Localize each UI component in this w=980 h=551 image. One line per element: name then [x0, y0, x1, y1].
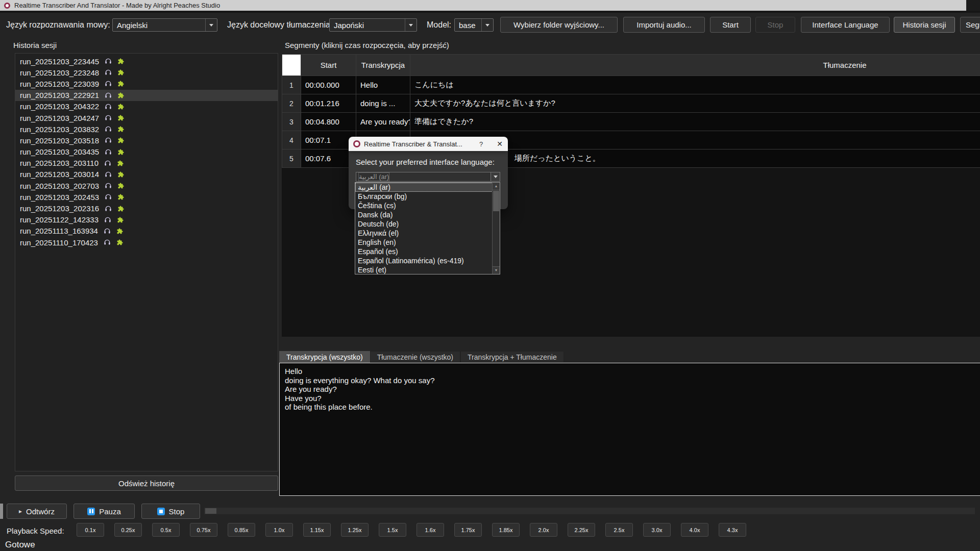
dialog-title-bar[interactable]: Realtime Transcriber & Translat... ? ✕ — [349, 137, 508, 151]
speed-button-1.6x[interactable]: 1.6x — [416, 523, 444, 537]
segment-translation-cell[interactable]: 大丈夫ですか?あなたは何と言いますか? — [410, 94, 980, 112]
segment-start-cell[interactable]: 00:04.800 — [301, 113, 356, 131]
session-item[interactable]: run_20251203_203435 — [15, 146, 278, 158]
speed-button-2.5x[interactable]: 2.5x — [605, 523, 633, 537]
choose-output-folder-button[interactable]: Wybierz folder wyjściowy... — [500, 17, 618, 33]
tab-3[interactable]: Transkrypcja + Tłumaczenie — [460, 351, 564, 363]
interface-language-button[interactable]: Interface Language — [801, 17, 890, 33]
segment-start-cell[interactable]: 00:01.216 — [301, 94, 356, 112]
speed-button-1.15x[interactable]: 1.15x — [303, 523, 331, 537]
row-number-cell[interactable]: 4 — [282, 131, 301, 149]
column-header-transcript[interactable]: Transkrypcja — [356, 55, 410, 76]
stop-playback-button[interactable]: Stop — [141, 504, 200, 519]
session-item[interactable]: run_20251203_203518 — [15, 135, 278, 146]
language-option[interactable]: العربية (ar) — [355, 183, 500, 192]
target-language-combo[interactable]: Japoński — [329, 18, 417, 32]
session-history-list[interactable]: run_20251203_223445run_20251203_223248ru… — [15, 53, 278, 471]
slider-handle[interactable] — [205, 508, 216, 514]
language-option[interactable]: Deutsch (de) — [355, 219, 500, 229]
dialog-close-button[interactable]: ✕ — [497, 140, 503, 148]
speed-button-1.5x[interactable]: 1.5x — [379, 523, 406, 537]
window-controls[interactable] — [966, 0, 980, 11]
speed-button-1.75x[interactable]: 1.75x — [454, 523, 482, 537]
session-item[interactable]: run_20251203_202703 — [15, 180, 278, 191]
session-item[interactable]: run_20251203_223039 — [15, 78, 278, 89]
speed-button-3.0x[interactable]: 3.0x — [643, 523, 671, 537]
session-item[interactable]: run_20251203_204322 — [15, 101, 278, 112]
session-item[interactable]: run_20251203_223248 — [15, 67, 278, 78]
language-option[interactable]: Español (Latinoamérica) (es-419) — [355, 256, 500, 265]
session-item[interactable]: run_20251110_170423 — [15, 237, 278, 248]
chevron-down-icon[interactable] — [491, 172, 500, 181]
session-item[interactable]: run_20251203_204247 — [15, 112, 278, 123]
speed-button-0.5x[interactable]: 0.5x — [152, 523, 180, 537]
segment-transcript-cell[interactable]: Hello — [356, 76, 410, 94]
speed-button-0.85x[interactable]: 0.85x — [228, 523, 255, 537]
speed-button-4.0x[interactable]: 4.0x — [681, 523, 708, 537]
speed-button-0.25x[interactable]: 0.25x — [114, 523, 142, 537]
chevron-down-icon[interactable] — [405, 19, 416, 31]
row-number-cell[interactable]: 2 — [282, 94, 301, 112]
speed-button-2.0x[interactable]: 2.0x — [530, 523, 557, 537]
session-item[interactable]: run_20251203_203110 — [15, 158, 278, 169]
stop-button[interactable]: Stop — [755, 17, 795, 33]
language-option[interactable]: Español (es) — [355, 247, 500, 256]
language-option[interactable]: Ελληνικά (el) — [355, 229, 500, 238]
column-header-start[interactable]: Start — [301, 55, 356, 76]
source-language-combo[interactable]: Angielski — [112, 18, 217, 32]
dropdown-scrollbar[interactable]: ▲ ▼ — [492, 183, 500, 274]
refresh-history-button[interactable]: Odśwież historię — [15, 475, 278, 491]
row-number-cell[interactable]: 5 — [282, 149, 301, 167]
scroll-up-icon[interactable]: ▲ — [493, 183, 500, 190]
pause-button[interactable]: Pauza — [74, 504, 135, 519]
speed-button-0.75x[interactable]: 0.75x — [190, 523, 217, 537]
start-button[interactable]: Start — [710, 17, 751, 33]
scrollbar-thumb[interactable] — [493, 191, 499, 211]
model-combo[interactable]: base — [454, 18, 494, 32]
row-number-cell[interactable]: 3 — [282, 113, 301, 131]
segment-transcript-cell[interactable]: doing is ... — [356, 94, 410, 112]
session-item[interactable]: run_20251203_202453 — [15, 191, 278, 203]
language-option[interactable]: English (en) — [355, 238, 500, 247]
language-option[interactable]: Dansk (da) — [355, 210, 500, 219]
dialog-help-button[interactable]: ? — [479, 140, 483, 148]
segment-start-cell[interactable]: 00:00.000 — [301, 76, 356, 94]
speed-button-4.3x[interactable]: 4.3x — [719, 523, 746, 537]
session-item[interactable]: run_20251203_203832 — [15, 123, 278, 135]
speed-button-1.0x[interactable]: 1.0x — [265, 523, 293, 537]
language-option[interactable]: Eesti (et) — [355, 265, 500, 274]
segment-translation-cell[interactable]: こんにちは — [410, 76, 980, 94]
tab-2[interactable]: Tłumaczenie (wszystko) — [370, 351, 460, 363]
segment-transcript-cell[interactable]: Are you ready? — [356, 113, 410, 131]
import-audio-button[interactable]: Importuj audio... — [623, 17, 705, 33]
session-item[interactable]: run_20251203_223445 — [15, 56, 278, 67]
segment-start-cell[interactable]: 00:07.1 — [301, 131, 356, 149]
session-item[interactable]: run_20251203_203014 — [15, 169, 278, 180]
session-item[interactable]: run_20251203_202316 — [15, 203, 278, 214]
transcript-textarea[interactable]: Hello doing is everything okay? What do … — [279, 363, 980, 496]
speed-button-2.25x[interactable]: 2.25x — [568, 523, 595, 537]
tab-1[interactable]: Transkrypcja (wszystko) — [279, 351, 370, 363]
session-item[interactable]: run_20251122_142333 — [15, 214, 278, 226]
speed-button-1.85x[interactable]: 1.85x — [492, 523, 520, 537]
language-option[interactable]: Български (bg) — [355, 192, 500, 201]
speed-button-1.25x[interactable]: 1.25x — [341, 523, 369, 537]
playback-position-slider[interactable] — [204, 508, 975, 514]
session-item[interactable]: run_20251113_163934 — [15, 226, 278, 237]
language-dropdown-list[interactable]: العربية (ar)Български (bg)Čeština (cs)Da… — [355, 182, 500, 274]
play-button[interactable]: ▸ Odtwórz — [7, 504, 67, 519]
chevron-down-icon[interactable] — [481, 19, 493, 31]
toolbar-top-strip — [0, 11, 980, 13]
speed-button-0.1x[interactable]: 0.1x — [77, 523, 104, 537]
chevron-down-icon[interactable] — [205, 19, 217, 31]
scroll-down-icon[interactable]: ▼ — [493, 266, 500, 274]
column-header-translation[interactable]: Tłumaczenie — [410, 55, 980, 76]
session-item[interactable]: run_20251203_222921 — [15, 90, 278, 101]
segment-translation-cell[interactable]: 準備はできたか? — [410, 113, 980, 131]
row-number-cell[interactable]: 1 — [282, 76, 301, 94]
language-option[interactable]: Čeština (cs) — [355, 201, 500, 210]
interface-language-combo[interactable]: العربية (ar) — [356, 172, 500, 182]
history-panel-toggle[interactable]: Historia sesji — [894, 17, 955, 33]
segments-panel-toggle[interactable]: Segmenty — [960, 17, 980, 33]
segment-start-cell[interactable]: 00:07.6 — [301, 149, 356, 167]
